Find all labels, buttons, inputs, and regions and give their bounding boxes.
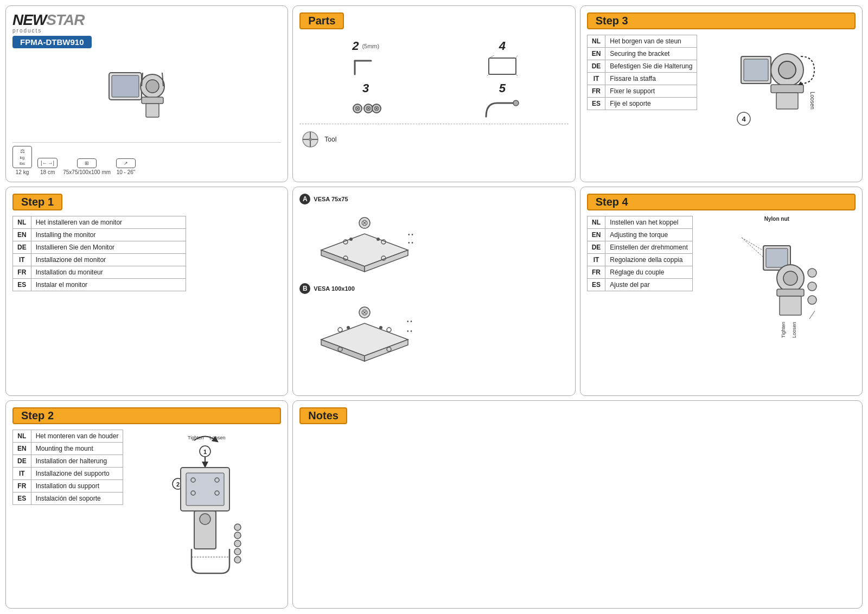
lang-cell: DE	[13, 241, 31, 254]
svg-text:4: 4	[742, 115, 746, 123]
lang-cell: DE	[587, 60, 605, 73]
model-badge: FPMA-DTBW910	[12, 36, 92, 48]
part-5-number: 5	[499, 81, 506, 95]
plate-svg	[486, 55, 519, 77]
svg-point-35	[778, 61, 796, 79]
vesa-a-svg: • • • •	[299, 207, 451, 277]
instruction-cell: Het installeren van de monitor	[31, 216, 186, 229]
lang-cell: FR	[587, 85, 605, 98]
svg-rect-1	[112, 75, 139, 97]
lang-cell: IT	[13, 467, 31, 479]
notes-title: Notes	[299, 407, 347, 424]
step3-svg: 4 Loosen	[730, 35, 828, 132]
spec-vesa: ⊞ 75x75/100x100 mm	[63, 158, 111, 175]
depth-value: 18 cm	[40, 169, 55, 175]
header-card: NEWSTAR products FPMA-DTBW910 ⚖kglbs	[5, 5, 288, 182]
svg-text:• •: • •	[408, 232, 413, 238]
svg-line-12	[516, 55, 518, 58]
lang-cell: IT	[587, 254, 605, 266]
spec-weight: ⚖kglbs 12 kg	[12, 146, 32, 175]
part-2-number: 2	[352, 39, 359, 53]
svg-rect-36	[771, 85, 803, 93]
specs-row: ⚖kglbs 12 kg |←→| 18 cm ⊞ 75x75/100x100 …	[12, 142, 281, 175]
part-3: 3	[299, 81, 432, 119]
svg-point-106	[234, 548, 241, 555]
tool-area: Tool	[299, 124, 568, 150]
vesa-b-label: VESA 100x100	[314, 285, 354, 292]
step3-title: Step 3	[587, 12, 856, 29]
step1-card: Step 1 NLHet installeren van de monitorE…	[5, 187, 288, 395]
part-4-number: 4	[499, 39, 506, 53]
svg-point-101	[200, 514, 210, 525]
lang-cell: NL	[13, 216, 31, 229]
step3-table: NLHet borgen van de steunENSecuring the …	[587, 35, 698, 110]
instruction-cell: Ajuste del par	[605, 279, 692, 291]
lang-cell: EN	[13, 229, 31, 241]
svg-rect-79	[780, 296, 801, 315]
lang-cell: ES	[587, 98, 605, 110]
part-5: 5	[436, 81, 569, 119]
svg-text:2: 2	[176, 481, 180, 488]
instruction-cell: Fixer le support	[605, 85, 697, 98]
instruction-cell: Regolazione della coppia	[605, 254, 692, 266]
step4-content: NLInstellen van het koppelENAdjusting th…	[587, 216, 856, 343]
lang-cell: DE	[587, 241, 605, 254]
instruction-cell: Réglage du couple	[605, 266, 692, 279]
product-image	[12, 52, 281, 137]
lang-cell: NL	[587, 216, 605, 229]
lang-cell: NL	[13, 430, 31, 442]
screwdriver-svg	[299, 129, 321, 150]
step1-title: Step 1	[12, 194, 62, 210]
svg-text:Loosen: Loosen	[209, 435, 226, 440]
svg-point-105	[234, 540, 241, 547]
vesa-a-section: A VESA 75x75 • • •	[299, 194, 568, 279]
svg-line-83	[809, 311, 815, 319]
svg-point-60	[338, 328, 342, 332]
instruction-cell: Fissare la staffa	[605, 73, 697, 85]
step2-svg: Tighten Loosen 1 2	[151, 430, 259, 581]
tool-label: Tool	[324, 136, 336, 143]
lang-cell: EN	[587, 48, 605, 60]
instruction-cell: Mounting the mount	[31, 442, 123, 455]
vesa-b-badge: B	[299, 283, 310, 294]
lang-cell: ES	[587, 279, 605, 291]
vesa-b-section: B VESA 100x100 • • • •	[299, 283, 568, 368]
svg-rect-37	[776, 93, 798, 109]
manual-page: NEWSTAR products FPMA-DTBW910 ⚖kglbs	[0, 0, 868, 614]
product-svg	[104, 62, 190, 127]
step4-card: Step 4 NLInstellen van het koppelENAdjus…	[580, 187, 863, 395]
step3-card: Step 3 NLHet borgen van de steunENSecuri…	[580, 5, 863, 182]
instruction-cell: Het monteren van de houder	[31, 430, 123, 442]
svg-rect-33	[744, 59, 768, 81]
lang-cell: IT	[13, 254, 31, 266]
step3-instructions: NLHet borgen van de steunENSecuring the …	[587, 35, 698, 132]
logo-products: products	[12, 28, 42, 34]
instruction-cell: Installation du support	[31, 479, 123, 492]
instruction-cell: Installing the monitor	[31, 229, 186, 241]
size-value: 10 - 26"	[117, 169, 136, 175]
instruction-cell: Instalar el monitor	[31, 279, 186, 291]
instruction-cell: Installazione del monitor	[31, 254, 186, 266]
svg-marker-42	[321, 234, 408, 266]
instruction-cell: Installation der halterung	[31, 455, 123, 467]
lang-cell: FR	[13, 266, 31, 279]
svg-text:1: 1	[203, 449, 207, 455]
spec-depth: |←→| 18 cm	[37, 158, 58, 175]
parts-title: Parts	[299, 12, 344, 29]
svg-point-69	[379, 326, 382, 329]
allen-key-svg	[349, 55, 382, 77]
logo-area: NEWSTAR products FPMA-DTBW910	[12, 12, 281, 48]
svg-text:• •: • •	[408, 240, 413, 246]
step4-instructions: NLInstellen van het koppelENAdjusting th…	[587, 216, 693, 343]
svg-text:• •: • •	[407, 318, 412, 324]
instruction-cell: Instalación del soporte	[31, 492, 123, 504]
notes-card: Notes	[292, 400, 863, 609]
vesa-a-label: VESA 75x75	[314, 196, 348, 202]
step3-illustration: 4 Loosen	[703, 35, 856, 132]
step2-table: NLHet monteren van de houderENMounting t…	[12, 430, 123, 505]
logo: NEWSTAR	[12, 12, 84, 28]
svg-rect-4	[142, 97, 163, 104]
svg-text:Tighten: Tighten	[781, 322, 786, 338]
svg-point-81	[808, 282, 816, 291]
lang-cell: IT	[587, 73, 605, 85]
